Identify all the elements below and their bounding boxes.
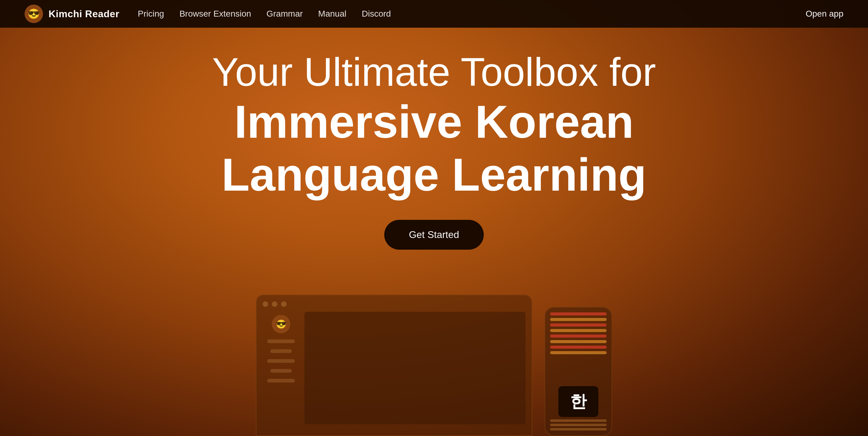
phone-line-6 [550, 340, 607, 343]
nav-link-grammar[interactable]: Grammar [267, 9, 303, 19]
preview-area: 😎 [65, 295, 803, 436]
desktop-sidebar: 😎 [262, 312, 300, 424]
desktop-content: 😎 [262, 312, 526, 424]
nav-links: Pricing Browser Extension Grammar Manual… [138, 9, 806, 19]
phone-line-3 [550, 323, 607, 326]
sidebar-bar-1 [267, 340, 295, 343]
desktop-main-area [304, 312, 526, 424]
navbar: 😎 Kimchi Reader Pricing Browser Extensio… [0, 0, 868, 28]
get-started-button[interactable]: Get Started [384, 220, 484, 250]
phone-popup: 한 [558, 386, 598, 417]
window-dot-1 [262, 301, 268, 307]
phone-line-1 [550, 312, 607, 316]
logo-text: Kimchi Reader [49, 8, 120, 20]
sidebar-bar-3 [267, 359, 295, 363]
phone-line-8 [550, 351, 607, 354]
phone-line-4 [550, 329, 607, 332]
hero-section: Your Ultimate Toolbox for Immersive Kore… [0, 0, 868, 436]
phone-bottom-line-3 [550, 428, 607, 431]
nav-link-browser-extension[interactable]: Browser Extension [179, 9, 251, 19]
phone-line-5 [550, 335, 607, 338]
open-app-link[interactable]: Open app [806, 9, 843, 19]
nav-link-discord[interactable]: Discord [362, 9, 391, 19]
phone-line-2 [550, 318, 607, 321]
window-controls [262, 301, 526, 307]
sidebar-bar-2 [270, 349, 292, 353]
hero-title-line1: Your Ultimate Toolbox for [212, 49, 656, 95]
window-dot-3 [281, 301, 286, 307]
nav-link-pricing[interactable]: Pricing [138, 9, 164, 19]
logo[interactable]: 😎 Kimchi Reader [25, 5, 120, 23]
logo-icon: 😎 [25, 5, 43, 23]
hero-title-line3: Language Learning [212, 148, 656, 201]
sidebar-bar-4 [270, 369, 292, 373]
phone-mockup: 한 [545, 307, 612, 436]
desktop-mockup: 😎 [256, 295, 532, 436]
phone-line-7 [550, 346, 607, 349]
nav-link-manual[interactable]: Manual [318, 9, 346, 19]
phone-bottom-line-1 [550, 419, 607, 422]
phone-popup-char: 한 [570, 390, 587, 413]
hero-title: Your Ultimate Toolbox for Immersive Kore… [212, 49, 656, 201]
window-dot-2 [272, 301, 277, 307]
phone-bottom-line-2 [550, 424, 607, 426]
sidebar-bar-5 [267, 379, 295, 382]
hero-title-line2: Immersive Korean [212, 95, 656, 148]
sidebar-avatar: 😎 [272, 315, 290, 333]
phone-bottom-lines [550, 419, 607, 431]
